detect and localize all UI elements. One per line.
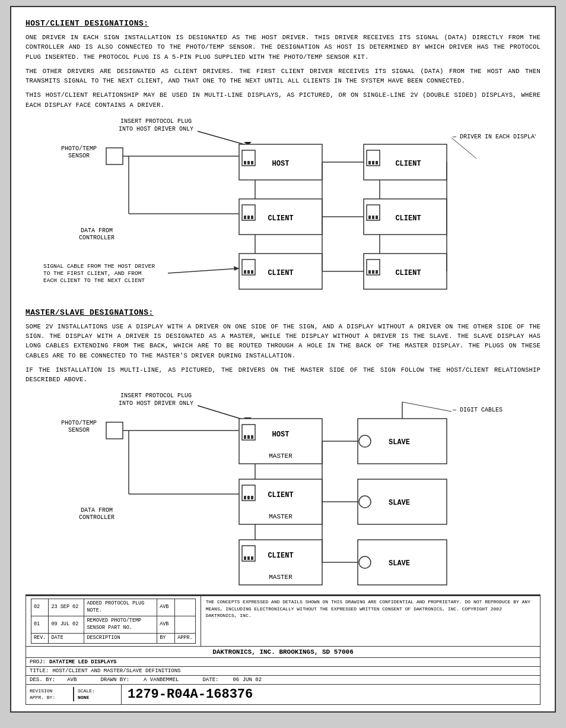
rev-appr bbox=[175, 616, 196, 634]
svg-text:INTO HOST DRIVER ONLY: INTO HOST DRIVER ONLY bbox=[119, 126, 193, 132]
svg-text:CLIENT: CLIENT bbox=[395, 214, 421, 223]
revision-row: 01 09 JUL 02 REMOVED PHOTO/TEMP SENSOR P… bbox=[31, 616, 196, 634]
svg-rect-76 bbox=[247, 435, 250, 439]
svg-point-98 bbox=[359, 496, 371, 508]
rev-date: 09 JUL 02 bbox=[49, 616, 84, 634]
svg-rect-52 bbox=[368, 270, 371, 274]
des-row: DES. BY: AVB DRAWN BY: A VANBEMMEL DATE:… bbox=[26, 676, 540, 685]
svg-rect-70 bbox=[106, 422, 123, 439]
svg-rect-54 bbox=[376, 270, 378, 274]
title-label: TITLE: bbox=[30, 668, 49, 674]
svg-text:SENSOR: SENSOR bbox=[68, 427, 90, 433]
svg-text:MASTER: MASTER bbox=[269, 513, 292, 520]
revision-header-row: REV. DATE DESCRIPTION BY APPR. bbox=[31, 634, 196, 644]
revision-block: REVISION APPR. BY: bbox=[26, 687, 74, 701]
svg-text:DATA FROM: DATA FROM bbox=[81, 227, 113, 234]
svg-rect-53 bbox=[372, 270, 374, 274]
svg-point-109 bbox=[359, 556, 371, 568]
svg-text:SLAVE: SLAVE bbox=[389, 438, 410, 447]
svg-text:DATA FROM: DATA FROM bbox=[81, 507, 113, 514]
des-value: AVB bbox=[67, 677, 77, 683]
svg-text:— DIGIT CABLES: — DIGIT CABLES bbox=[452, 407, 503, 413]
svg-rect-14 bbox=[251, 161, 253, 164]
svg-rect-48 bbox=[251, 270, 253, 274]
page: HOST/CLIENT DESIGNATIONS: ONE DRIVER IN … bbox=[10, 6, 556, 713]
svg-rect-75 bbox=[244, 435, 246, 439]
svg-text:CLIENT: CLIENT bbox=[268, 269, 293, 277]
section2-title: MASTER/SLAVE DESIGNATIONS: bbox=[26, 308, 540, 317]
svg-rect-46 bbox=[244, 270, 246, 274]
revision-table-container: 02 23 SEP 02 ADDED PROTOCOL PLUG NOTE. A… bbox=[26, 596, 201, 645]
section2-para1: SOME 2V INSTALLATIONS USE A DISPLAY WITH… bbox=[26, 322, 540, 360]
svg-line-2 bbox=[198, 131, 248, 145]
scale-label: SCALE: bbox=[78, 688, 117, 694]
company-line: DAKTRONICS, INC. BROOKINGS, SD 57006 bbox=[26, 646, 540, 658]
svg-text:EACH CLIENT TO THE NEXT CLIENT: EACH CLIENT TO THE NEXT CLIENT bbox=[43, 277, 145, 284]
rev-header-appr: APPR. bbox=[175, 634, 196, 644]
revision-row: 02 23 SEP 02 ADDED PROTOCOL PLUG NOTE. A… bbox=[31, 599, 196, 616]
doc-number: 1279-R04A-168376 bbox=[121, 685, 259, 704]
rev-appr bbox=[175, 599, 196, 616]
proj-row: PROJ: DATATIME LED DISPLAYS bbox=[26, 658, 540, 667]
drawn-label: DRAWN BY: bbox=[100, 677, 129, 683]
svg-text:— DRIVER IN EACH DISPLAY: — DRIVER IN EACH DISPLAY bbox=[452, 134, 536, 140]
svg-text:HOST: HOST bbox=[272, 431, 290, 439]
proj-label: PROJ: bbox=[30, 659, 46, 665]
svg-text:CLIENT: CLIENT bbox=[268, 214, 293, 223]
svg-rect-19 bbox=[372, 161, 374, 164]
svg-rect-29 bbox=[247, 216, 250, 219]
section2-para2: IF THE INSTALLATION IS MULTI-LINE, AS PI… bbox=[26, 365, 540, 385]
section1-title: HOST/CLIENT DESIGNATIONS: bbox=[26, 19, 540, 28]
rev-by: AVB bbox=[157, 616, 175, 634]
svg-text:HOST: HOST bbox=[272, 160, 290, 168]
svg-rect-30 bbox=[251, 216, 253, 219]
diagram1: INSERT PROTOCOL PLUG INTO HOST DRIVER ON… bbox=[26, 116, 540, 300]
svg-rect-18 bbox=[368, 161, 371, 164]
rev-num: 01 bbox=[31, 616, 49, 634]
footer: 02 23 SEP 02 ADDED PROTOCOL PLUG NOTE. A… bbox=[26, 594, 540, 704]
svg-rect-104 bbox=[247, 556, 250, 560]
svg-text:SENSOR: SENSOR bbox=[68, 153, 90, 159]
svg-text:MASTER: MASTER bbox=[269, 574, 292, 581]
scale-block: SCALE: NONE bbox=[74, 687, 121, 701]
rev-header-desc: DESCRIPTION bbox=[84, 634, 157, 644]
svg-text:CLIENT: CLIENT bbox=[268, 491, 293, 499]
date-value: 06 JUN 02 bbox=[233, 677, 262, 683]
rev-by: AVB bbox=[157, 599, 175, 616]
svg-rect-34 bbox=[368, 216, 371, 219]
rev-date: 23 SEP 02 bbox=[49, 599, 84, 616]
svg-text:PHOTO/TEMP: PHOTO/TEMP bbox=[61, 145, 97, 152]
svg-rect-94 bbox=[251, 496, 253, 499]
svg-rect-47 bbox=[247, 270, 250, 274]
svg-rect-13 bbox=[247, 161, 250, 164]
svg-text:MASTER: MASTER bbox=[269, 452, 292, 460]
svg-marker-43 bbox=[234, 266, 239, 271]
svg-text:CONTROLLER: CONTROLLER bbox=[79, 235, 115, 241]
svg-text:CLIENT: CLIENT bbox=[395, 160, 421, 168]
title-value: HOST/CLIENT AND MASTER/SLAVE DEFINITIONS bbox=[52, 668, 180, 674]
svg-rect-36 bbox=[376, 216, 378, 219]
svg-rect-103 bbox=[244, 556, 246, 560]
svg-point-81 bbox=[359, 435, 371, 447]
rev-desc: REMOVED PHOTO/TEMP SENSOR PART NO. bbox=[84, 616, 157, 634]
appr-label: APPR. BY: bbox=[30, 695, 69, 700]
section1-para3: THIS HOST/CLIENT RELATIONSHIP MAY BE USE… bbox=[26, 90, 540, 110]
svg-rect-35 bbox=[372, 216, 374, 219]
svg-rect-12 bbox=[244, 161, 246, 164]
title-row: TITLE: HOST/CLIENT AND MASTER/SLAVE DEFI… bbox=[26, 667, 540, 676]
drawn-value: A VANBEMMEL bbox=[144, 677, 179, 683]
svg-rect-28 bbox=[244, 216, 246, 219]
svg-text:INSERT PROTOCOL PLUG: INSERT PROTOCOL PLUG bbox=[120, 393, 192, 399]
svg-text:CLIENT: CLIENT bbox=[395, 269, 421, 277]
rev-num: 02 bbox=[31, 599, 49, 616]
section1-para1: ONE DRIVER IN EACH SIGN INSTALLATION IS … bbox=[26, 33, 540, 62]
svg-text:CONTROLLER: CONTROLLER bbox=[79, 514, 115, 521]
svg-text:INTO HOST DRIVER ONLY: INTO HOST DRIVER ONLY bbox=[119, 400, 193, 407]
svg-rect-20 bbox=[376, 161, 378, 164]
svg-rect-93 bbox=[247, 496, 250, 499]
svg-line-85 bbox=[402, 402, 451, 412]
svg-line-9 bbox=[451, 138, 476, 159]
svg-text:SLAVE: SLAVE bbox=[389, 559, 410, 568]
svg-rect-77 bbox=[251, 435, 253, 439]
svg-text:TO THE FIRST CLIENT, AND FROM: TO THE FIRST CLIENT, AND FROM bbox=[43, 270, 142, 277]
